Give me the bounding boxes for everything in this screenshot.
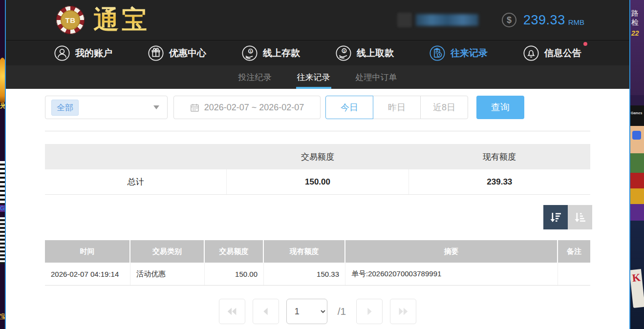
nav-item-announcements[interactable]: 信息公告 bbox=[523, 45, 581, 62]
username-redacted bbox=[416, 14, 478, 26]
last-8-days-button[interactable]: 近8日 bbox=[420, 96, 468, 119]
summary-header-amount: 交易额度 bbox=[227, 144, 408, 169]
tab-pending-orders[interactable]: 处理中订单 bbox=[355, 65, 398, 89]
gift-icon bbox=[148, 45, 164, 62]
total-pages-label: /1 bbox=[338, 306, 346, 317]
left-text-fragment: 光 bbox=[0, 102, 5, 110]
nav-item-promotions[interactable]: 优惠中心 bbox=[148, 45, 206, 62]
avatar bbox=[397, 13, 412, 27]
nav-item-deposit[interactable]: $ 线上存款 bbox=[241, 45, 300, 62]
left-gold-decoration bbox=[0, 58, 5, 104]
main-navigation: 我的账户 优惠中心 $ 线上存款 $ bbox=[6, 40, 629, 65]
summary-total-label: 总计 bbox=[45, 169, 226, 194]
qr-code-fragment bbox=[0, 217, 5, 264]
records-table: 时间 交易类别 交易额度 现有额度 摘要 备注 2026-02-07 04:19… bbox=[45, 240, 590, 286]
sort-ascending-icon bbox=[573, 210, 587, 224]
previous-page-button[interactable] bbox=[253, 299, 279, 324]
deposit-icon: $ bbox=[241, 45, 258, 62]
transaction-type-select[interactable]: 全部 bbox=[45, 96, 168, 119]
sort-controls bbox=[543, 205, 592, 229]
double-left-arrow-icon bbox=[226, 305, 238, 318]
summary-header-balance: 现有额度 bbox=[408, 144, 590, 169]
col-header-balance: 现有额度 bbox=[264, 240, 345, 263]
search-button[interactable]: 查询 bbox=[476, 96, 524, 119]
background-text: 路检 bbox=[631, 9, 644, 27]
bell-icon bbox=[523, 45, 539, 62]
col-header-amount: 交易额度 bbox=[205, 240, 264, 263]
left-arrow-icon bbox=[259, 305, 272, 318]
summary-total-row: 总计 150.00 239.33 bbox=[45, 169, 590, 195]
summary-total-balance: 239.33 bbox=[408, 169, 590, 194]
today-button[interactable]: 今日 bbox=[325, 96, 373, 119]
col-header-summary: 摘要 bbox=[345, 240, 558, 263]
background-bar bbox=[630, 105, 644, 126]
dollar-coin-icon: $ bbox=[502, 13, 516, 27]
cell-time: 2026-02-07 04:19:14 bbox=[45, 263, 130, 285]
right-arrow-icon bbox=[363, 305, 376, 318]
left-text-fragment: 宝 bbox=[0, 312, 5, 321]
yesterday-button[interactable]: 昨日 bbox=[373, 96, 421, 119]
sort-ascending-button[interactable] bbox=[568, 205, 592, 229]
summary-table: 交易额度 现有额度 总计 150.00 239.33 bbox=[45, 144, 590, 195]
nav-item-withdraw[interactable]: $ 线上取款 bbox=[335, 45, 394, 62]
col-header-time: 时间 bbox=[45, 240, 130, 263]
left-background-strip: 光 GR 宝 bbox=[0, 0, 5, 329]
records-header-row: 时间 交易类别 交易额度 现有额度 摘要 备注 bbox=[45, 240, 590, 263]
section-divider bbox=[45, 131, 590, 131]
screen: 光 GR 宝 路检 22 Games K TB 通宝 bbox=[0, 0, 644, 329]
user-zone: $ 239.33 RMB bbox=[397, 13, 584, 28]
double-right-arrow-icon bbox=[397, 305, 409, 318]
summary-header-row: 交易额度 现有额度 bbox=[45, 144, 590, 169]
records-icon bbox=[429, 45, 446, 62]
right-background-strip: 路检 22 Games K bbox=[630, 0, 644, 329]
poker-chip-logo-icon: TB bbox=[56, 6, 85, 34]
record-subtabs: 投注纪录 往来记录 处理中订单 bbox=[6, 65, 629, 89]
date-range-input[interactable]: 2026-02-07 ~ 2026-02-07 bbox=[173, 96, 321, 119]
selected-type-chip: 全部 bbox=[51, 100, 79, 116]
sort-descending-icon bbox=[549, 210, 562, 224]
table-row: 2026-02-07 04:19:14 活动优惠 150.00 150.33 单… bbox=[45, 263, 590, 286]
background-banner bbox=[630, 204, 644, 221]
window-border-left bbox=[5, 0, 6, 329]
left-text-fragment: GR bbox=[0, 205, 5, 212]
cell-type: 活动优惠 bbox=[130, 263, 205, 285]
balance-currency: RMB bbox=[568, 14, 584, 26]
background-text: Games bbox=[631, 111, 642, 115]
background-text: 22 bbox=[631, 29, 639, 37]
user-icon bbox=[54, 45, 70, 62]
nav-item-my-account[interactable]: 我的账户 bbox=[54, 45, 112, 62]
content-area: 全部 2026-02-07 ~ 2026-02-07 今日 昨日 近8日 查询 bbox=[6, 89, 629, 329]
cell-summary: 单号:202602070003789991 bbox=[345, 263, 558, 285]
background-app-icon bbox=[632, 131, 641, 140]
summary-header-empty bbox=[45, 144, 227, 169]
cell-balance: 150.33 bbox=[264, 263, 345, 285]
summary-total-amount: 150.00 bbox=[226, 169, 408, 194]
last-page-button[interactable] bbox=[390, 299, 416, 324]
balance-amount: 239.33 bbox=[523, 13, 565, 28]
col-header-note: 备注 bbox=[558, 240, 590, 263]
top-bar: TB 通宝 $ 239.33 RMB bbox=[6, 0, 629, 40]
nav-item-transaction-records[interactable]: 往来记录 bbox=[429, 45, 488, 62]
cell-amount: 150.00 bbox=[205, 263, 264, 285]
main-window: TB 通宝 $ 239.33 RMB 我的账户 bbox=[6, 0, 629, 329]
calendar-icon bbox=[190, 103, 199, 112]
page-select[interactable]: 1 bbox=[286, 299, 327, 324]
date-range-value: 2026-02-07 ~ 2026-02-07 bbox=[204, 103, 304, 113]
tab-bet-records[interactable]: 投注纪录 bbox=[237, 65, 273, 89]
brand-name: 通宝 bbox=[93, 3, 150, 37]
qr-code-fragment bbox=[0, 161, 5, 204]
window-border-right bbox=[629, 0, 630, 329]
chevron-down-icon bbox=[153, 105, 159, 109]
first-page-button[interactable] bbox=[219, 299, 245, 324]
col-header-type: 交易类别 bbox=[130, 240, 205, 263]
withdraw-icon: $ bbox=[335, 45, 352, 62]
next-page-button[interactable] bbox=[356, 299, 383, 324]
pagination: 1 /1 bbox=[6, 299, 629, 324]
quick-date-button-group: 今日 昨日 近8日 bbox=[325, 96, 468, 119]
sort-descending-button[interactable] bbox=[543, 205, 568, 229]
cell-note bbox=[558, 263, 590, 285]
tab-transaction-records[interactable]: 往来记录 bbox=[296, 65, 331, 89]
brand-logo[interactable]: TB 通宝 bbox=[56, 3, 150, 37]
notification-dot-badge bbox=[583, 42, 587, 46]
